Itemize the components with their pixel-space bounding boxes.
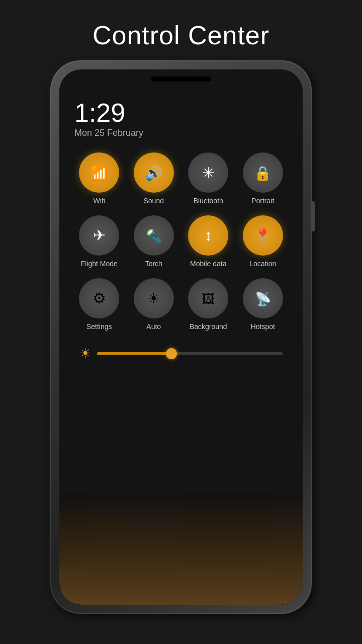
- torch-label: Torch: [145, 260, 162, 268]
- bluetooth-button[interactable]: [188, 152, 228, 193]
- auto-button[interactable]: [134, 278, 174, 318]
- control-item-auto[interactable]: Auto: [129, 278, 179, 331]
- control-item-bluetooth[interactable]: Bluetooth: [184, 152, 233, 205]
- location-label: Location: [249, 260, 276, 268]
- settings-icon: [93, 289, 106, 307]
- settings-label: Settings: [86, 323, 112, 331]
- sound-button[interactable]: [134, 152, 174, 193]
- auto-icon: [147, 289, 160, 307]
- mobile-data-button[interactable]: [188, 215, 228, 256]
- control-item-torch[interactable]: Torch: [129, 215, 179, 268]
- controls-grid: Wifi Sound Bluetooth: [74, 152, 288, 331]
- torch-icon: [146, 226, 162, 245]
- wifi-label: Wifi: [94, 197, 105, 205]
- flight-mode-button[interactable]: [79, 215, 119, 256]
- mobile-data-label: Mobile data: [190, 260, 226, 268]
- torch-button[interactable]: [134, 215, 174, 256]
- control-item-flight-mode[interactable]: Flight Mode: [74, 215, 124, 268]
- volume-button: [312, 201, 315, 231]
- portrait-icon: [254, 164, 272, 182]
- camera-notch: [151, 76, 211, 82]
- location-icon: [254, 226, 272, 245]
- control-item-settings[interactable]: Settings: [74, 278, 124, 331]
- control-item-hotspot[interactable]: Hotspot: [238, 278, 288, 331]
- phone-mockup: 1:29 Mon 25 February Wifi Soun: [50, 60, 312, 614]
- bluetooth-label: Bluetooth: [194, 197, 223, 205]
- control-item-portrait[interactable]: Portrait: [238, 152, 288, 205]
- control-item-location[interactable]: Location: [238, 215, 288, 268]
- wallpaper-preview: [59, 494, 303, 605]
- background-icon: [202, 289, 215, 307]
- location-button[interactable]: [243, 215, 283, 256]
- hotspot-icon: [255, 289, 271, 307]
- brightness-track[interactable]: [97, 352, 283, 355]
- mobile-data-icon: [205, 226, 212, 245]
- brightness-icon: ☀: [79, 346, 91, 361]
- hotspot-button[interactable]: [243, 278, 283, 318]
- background-button[interactable]: [188, 278, 228, 318]
- wifi-icon: [90, 164, 108, 182]
- flight-icon: [93, 226, 106, 245]
- phone-outer-shell: 1:29 Mon 25 February Wifi Soun: [50, 60, 312, 614]
- brightness-thumb[interactable]: [166, 348, 177, 359]
- brightness-fill: [97, 352, 171, 355]
- control-item-sound[interactable]: Sound: [129, 152, 179, 205]
- brightness-row: ☀: [74, 346, 288, 361]
- bluetooth-icon: [202, 164, 215, 182]
- settings-button[interactable]: [79, 278, 119, 318]
- portrait-button[interactable]: [243, 152, 283, 193]
- phone-screen: 1:29 Mon 25 February Wifi Soun: [59, 69, 303, 605]
- control-item-mobile-data[interactable]: Mobile data: [184, 215, 233, 268]
- flight-mode-label: Flight Mode: [81, 260, 118, 268]
- sound-label: Sound: [144, 197, 164, 205]
- wifi-button[interactable]: [79, 152, 119, 193]
- control-item-wifi[interactable]: Wifi: [74, 152, 124, 205]
- page-title: Control Center: [93, 20, 269, 50]
- portrait-label: Portrait: [251, 197, 274, 205]
- sound-icon: [145, 164, 162, 182]
- hotspot-label: Hotspot: [251, 323, 275, 331]
- date-display: Mon 25 February: [74, 128, 288, 138]
- auto-label: Auto: [146, 323, 161, 331]
- time-display: 1:29: [74, 100, 288, 126]
- background-label: Background: [190, 323, 227, 331]
- control-item-background[interactable]: Background: [184, 278, 233, 331]
